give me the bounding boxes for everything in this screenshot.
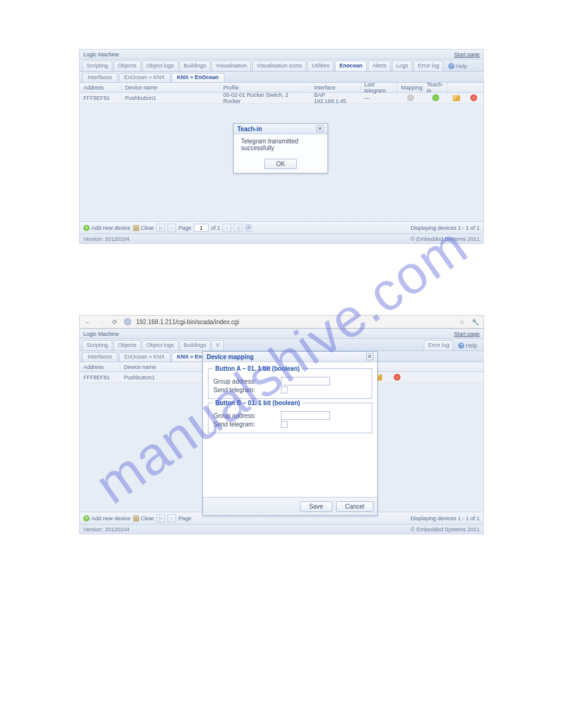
start-page-link[interactable]: Start page bbox=[454, 51, 480, 58]
delete-icon[interactable] bbox=[470, 94, 477, 101]
display-count: Displaying devices 1 - 1 of 1 bbox=[410, 515, 480, 521]
col-devicename[interactable]: Device name bbox=[120, 364, 202, 370]
page-first-button[interactable]: |‹ bbox=[156, 224, 165, 232]
tab-buildings[interactable]: Buildings bbox=[180, 61, 211, 71]
help-icon: ? bbox=[458, 343, 464, 349]
tab-visualisation[interactable]: Visualisation bbox=[212, 61, 251, 71]
page-prev-button[interactable]: ‹ bbox=[167, 224, 176, 232]
plus-icon: + bbox=[83, 225, 90, 231]
start-page-link[interactable]: Start page bbox=[454, 331, 480, 337]
page-prev-button[interactable]: ‹ bbox=[167, 514, 176, 523]
device-mapping-dialog: Device mapping ✕ Button A – 01. 1 bit (b… bbox=[202, 351, 378, 516]
group-address-b-input[interactable] bbox=[281, 411, 330, 420]
delete-icon[interactable] bbox=[394, 374, 400, 381]
send-telegram-a-checkbox[interactable] bbox=[281, 387, 288, 393]
page-last-button[interactable]: ›| bbox=[234, 224, 242, 232]
version-label: Version: 20120104 bbox=[83, 526, 129, 533]
clear-button[interactable]: Clear bbox=[133, 225, 155, 231]
col-devicename[interactable]: Device name bbox=[121, 85, 220, 91]
col-address[interactable]: Address bbox=[80, 364, 120, 370]
tab-objectlogs[interactable]: Object logs bbox=[142, 340, 178, 351]
main-tabs: Scripting Objects Object logs Buildings … bbox=[80, 59, 483, 72]
clear-icon bbox=[133, 515, 139, 521]
send-telegram-label: Send telegram: bbox=[213, 421, 281, 428]
cell-profile: 05-02-01 Rocker Switch, 2 Rocker bbox=[220, 92, 310, 104]
group-address-a-input[interactable] bbox=[281, 377, 330, 385]
tab-visualisation-cut[interactable]: V bbox=[212, 340, 224, 351]
tab-scripting[interactable]: Scripting bbox=[82, 61, 112, 71]
add-new-device-button[interactable]: + Add new device bbox=[83, 225, 131, 231]
cell-address: FFF8EF81 bbox=[80, 95, 121, 101]
tab-alerts[interactable]: Alerts bbox=[368, 61, 391, 71]
tab-errorlog[interactable]: Error log bbox=[413, 61, 443, 71]
star-icon[interactable]: ☆ bbox=[458, 317, 466, 326]
tab-visualisation-icons[interactable]: Visualisation icons bbox=[252, 61, 306, 71]
tab-objects[interactable]: Objects bbox=[113, 340, 141, 351]
cell-address: FFF8EF81 bbox=[80, 374, 120, 381]
cancel-button[interactable]: Cancel bbox=[336, 501, 373, 512]
url-field[interactable]: 192.168.1.211/cgi-bin/scada/index.cgi bbox=[136, 319, 453, 325]
copyright-label: © Embedded Systems 2011 bbox=[411, 526, 480, 533]
col-lasttel[interactable]: Last telegram bbox=[361, 82, 397, 94]
wrench-icon[interactable]: 🔧 bbox=[471, 317, 480, 326]
clear-button[interactable]: Clear bbox=[133, 515, 155, 521]
col-address[interactable]: Address bbox=[80, 85, 121, 91]
tab-enocean[interactable]: Enocean bbox=[335, 61, 367, 71]
tab-logs[interactable]: Logs bbox=[392, 61, 413, 71]
col-teachin[interactable]: Teach-in bbox=[423, 82, 448, 94]
subtab-interfaces[interactable]: Interfaces bbox=[82, 352, 118, 362]
mapping-icon[interactable] bbox=[407, 94, 414, 101]
subtab-enocean-knx[interactable]: EnOcean » KNX bbox=[119, 73, 170, 82]
button-b-legend: Button B – 01. 1 bit (boolean) bbox=[213, 400, 302, 406]
tab-utilities[interactable]: Utilities bbox=[307, 61, 334, 71]
button-a-legend: Button A – 01. 1 bit (boolean) bbox=[213, 365, 302, 372]
edit-icon[interactable] bbox=[453, 95, 460, 101]
reload-icon[interactable]: ⟳ bbox=[110, 317, 119, 326]
help-link[interactable]: ? Help bbox=[445, 61, 471, 71]
cell-devicename: Pushbutton1 bbox=[121, 95, 220, 101]
main-tabs: Scripting Objects Object logs Buildings … bbox=[80, 339, 483, 351]
save-button[interactable]: Save bbox=[300, 501, 332, 512]
screenshot-devicemapping: Logic Machine Start page Scripting Objec… bbox=[79, 328, 484, 534]
dialog-body: Telegram transmitted successfully bbox=[234, 134, 327, 155]
col-profile[interactable]: Profile bbox=[220, 85, 310, 91]
clear-icon bbox=[133, 225, 139, 231]
send-telegram-b-checkbox[interactable] bbox=[281, 421, 288, 428]
col-mapping[interactable]: Mapping bbox=[397, 85, 423, 91]
page-label: Page bbox=[178, 225, 191, 231]
tab-objects[interactable]: Objects bbox=[113, 61, 141, 71]
dialog-close-icon[interactable]: ✕ bbox=[316, 125, 324, 132]
tab-buildings[interactable]: Buildings bbox=[180, 340, 211, 351]
plus-icon: + bbox=[83, 515, 90, 521]
subtab-interfaces[interactable]: Interfaces bbox=[82, 73, 118, 82]
teachin-icon[interactable] bbox=[432, 94, 439, 101]
help-link[interactable]: ? Help bbox=[454, 340, 481, 351]
page-input[interactable] bbox=[194, 224, 209, 232]
table-row[interactable]: FFF8EF81 Pushbutton1 05-02-01 Rocker Swi… bbox=[80, 93, 483, 104]
page-of: of 1 bbox=[211, 225, 220, 231]
dialog-close-icon[interactable]: ✕ bbox=[366, 353, 373, 360]
globe-icon bbox=[124, 318, 131, 325]
add-new-device-button[interactable]: + Add new device bbox=[83, 515, 131, 521]
app-title: Logic Machine bbox=[83, 51, 119, 58]
subtab-enocean-knx[interactable]: EnOcean » KNX bbox=[119, 352, 170, 362]
ok-button[interactable]: OK bbox=[264, 159, 296, 169]
paging-toolbar: + Add new device Clear |‹ ‹ Page of 1 › … bbox=[80, 221, 483, 233]
teachin-dialog: Teach-in ✕ Telegram transmitted successf… bbox=[233, 123, 328, 173]
help-icon: ? bbox=[448, 63, 454, 69]
button-b-group: Button B – 01. 1 bit (boolean) Group add… bbox=[208, 403, 372, 433]
tab-scripting[interactable]: Scripting bbox=[82, 340, 112, 351]
version-label: Version: 20120104 bbox=[83, 236, 129, 242]
col-interface[interactable]: Interface bbox=[310, 85, 361, 91]
page-first-button[interactable]: |‹ bbox=[156, 514, 165, 523]
copyright-label: © Embedded Systems 2011 bbox=[411, 236, 480, 242]
tab-errorlog[interactable]: Error log bbox=[424, 340, 454, 351]
page-next-button[interactable]: › bbox=[223, 224, 231, 232]
cell-lasttel: — bbox=[361, 95, 397, 101]
dialog-title: Teach-in bbox=[237, 126, 262, 132]
subtab-knx-enocean[interactable]: KNX » EnOcean bbox=[172, 73, 224, 82]
forward-icon[interactable]: → bbox=[97, 317, 105, 326]
refresh-icon[interactable]: ⟳ bbox=[245, 224, 252, 232]
back-icon[interactable]: ← bbox=[83, 317, 92, 326]
tab-objectlogs[interactable]: Object logs bbox=[142, 61, 178, 71]
